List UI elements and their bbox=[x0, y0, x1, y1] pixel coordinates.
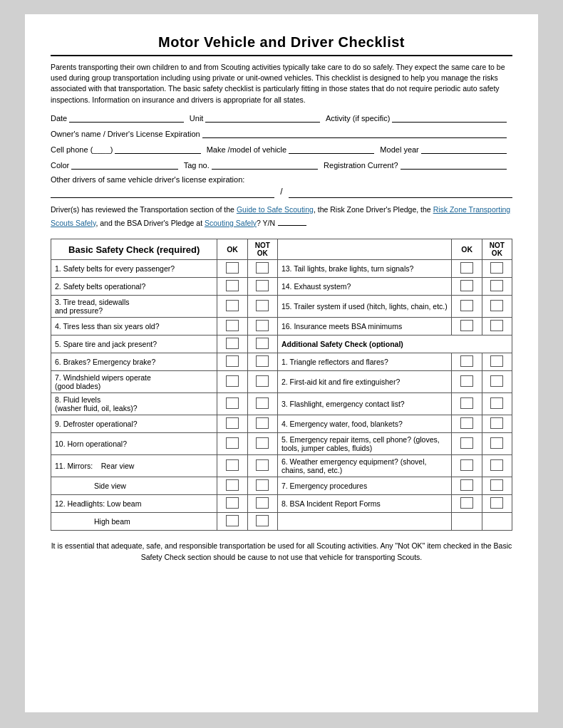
owners-field[interactable] bbox=[202, 128, 507, 138]
other-driver-field-2[interactable] bbox=[289, 188, 512, 198]
item-10-ok[interactable] bbox=[217, 433, 247, 455]
item-11b-ok[interactable] bbox=[217, 477, 247, 495]
unit-field[interactable] bbox=[205, 113, 320, 123]
item-7: 7. Windshield wipers operate(good blades… bbox=[51, 371, 217, 393]
item-13-ok[interactable] bbox=[452, 260, 482, 278]
scouting-safely-link[interactable]: Scouting Safely bbox=[205, 219, 257, 227]
item-11a-ok[interactable] bbox=[217, 455, 247, 477]
add-item-2: 2. First-aid kit and fire extinguisher? bbox=[277, 371, 452, 393]
item-2: 2. Safety belts operational? bbox=[51, 278, 217, 296]
add-item-6-notok[interactable] bbox=[482, 455, 512, 477]
ok-header-left: OK bbox=[217, 239, 247, 260]
registration-field[interactable] bbox=[401, 160, 507, 170]
item-3-ok[interactable] bbox=[217, 296, 247, 318]
item-10-notok[interactable] bbox=[247, 433, 277, 455]
empty-right-notok bbox=[482, 513, 512, 531]
add-item-8: 8. BSA Incident Report Forms bbox=[277, 495, 452, 513]
form-line-owner: Owner's name / Driver's License Expirati… bbox=[51, 128, 512, 138]
footer-text: It is essential that adequate, safe, and… bbox=[51, 541, 512, 563]
add-item-1-notok[interactable] bbox=[482, 353, 512, 371]
add-item-1: 1. Triangle reflectors and flares? bbox=[277, 353, 452, 371]
intro-text: Parents transporting their own children … bbox=[51, 62, 512, 105]
add-item-2-ok[interactable] bbox=[452, 371, 482, 393]
add-item-7-notok[interactable] bbox=[482, 477, 512, 495]
item-2-notok[interactable] bbox=[247, 278, 277, 296]
item-14-notok[interactable] bbox=[482, 278, 512, 296]
notok-header-right: NOTOK bbox=[482, 239, 512, 260]
item-7-ok[interactable] bbox=[217, 371, 247, 393]
item-5-ok[interactable] bbox=[217, 336, 247, 353]
tag-label: Tag no. bbox=[184, 161, 210, 170]
item-12b-ok[interactable] bbox=[217, 513, 247, 531]
make-label: Make /model of vehicle bbox=[207, 145, 287, 154]
add-item-4-notok[interactable] bbox=[482, 415, 512, 433]
item-14-ok[interactable] bbox=[452, 278, 482, 296]
item-15: 15. Trailer system if used (hitch, light… bbox=[277, 296, 452, 318]
model-year-field[interactable] bbox=[421, 144, 507, 154]
item-12a: 12. Headlights: Low beam bbox=[51, 495, 217, 513]
item-6-ok[interactable] bbox=[217, 353, 247, 371]
item-9-notok[interactable] bbox=[247, 415, 277, 433]
item-11a-notok[interactable] bbox=[247, 455, 277, 477]
item-2-ok[interactable] bbox=[217, 278, 247, 296]
item-12a-notok[interactable] bbox=[247, 495, 277, 513]
other-driver-field-1[interactable] bbox=[51, 188, 274, 198]
add-item-7-ok[interactable] bbox=[452, 477, 482, 495]
color-field[interactable] bbox=[71, 160, 177, 170]
item-6-notok[interactable] bbox=[247, 353, 277, 371]
color-label: Color bbox=[51, 161, 69, 170]
tag-field[interactable] bbox=[212, 160, 318, 170]
cell-field[interactable] bbox=[115, 144, 200, 154]
other-drivers-row: Other drivers of same vehicle driver's l… bbox=[51, 175, 512, 184]
yn-field[interactable] bbox=[278, 216, 306, 226]
add-item-4-ok[interactable] bbox=[452, 415, 482, 433]
form-line-color: Color Tag no. Registration Current? bbox=[51, 160, 512, 170]
item-8-notok[interactable] bbox=[247, 393, 277, 415]
item-13-notok[interactable] bbox=[482, 260, 512, 278]
activity-field[interactable] bbox=[392, 113, 507, 123]
add-item-5-ok[interactable] bbox=[452, 433, 482, 455]
item-11b: Side view bbox=[51, 477, 217, 495]
item-16-notok[interactable] bbox=[482, 318, 512, 336]
item-1-notok[interactable] bbox=[247, 260, 277, 278]
item-8-ok[interactable] bbox=[217, 393, 247, 415]
add-item-6-ok[interactable] bbox=[452, 455, 482, 477]
add-item-5-notok[interactable] bbox=[482, 433, 512, 455]
add-item-8-notok[interactable] bbox=[482, 495, 512, 513]
activity-label: Activity (if specific) bbox=[326, 114, 390, 123]
item-1: 1. Safety belts for every passenger? bbox=[51, 260, 217, 278]
item-5-notok[interactable] bbox=[247, 336, 277, 353]
item-7-notok[interactable] bbox=[247, 371, 277, 393]
add-item-3: 3. Flashlight, emergency contact list? bbox=[277, 393, 452, 415]
date-label: Date bbox=[51, 114, 67, 123]
item-4-ok[interactable] bbox=[217, 318, 247, 336]
item-12a-ok[interactable] bbox=[217, 495, 247, 513]
date-field[interactable] bbox=[69, 113, 184, 123]
item-16-ok[interactable] bbox=[452, 318, 482, 336]
item-3-notok[interactable] bbox=[247, 296, 277, 318]
empty-right-cell bbox=[277, 513, 452, 531]
basic-check-header: Basic Safety Check (required) bbox=[51, 239, 217, 260]
add-item-1-ok[interactable] bbox=[452, 353, 482, 371]
item-12b: High beam bbox=[51, 513, 217, 531]
right-col-spacer bbox=[277, 239, 452, 260]
add-item-8-ok[interactable] bbox=[452, 495, 482, 513]
make-field[interactable] bbox=[289, 144, 374, 154]
add-item-3-notok[interactable] bbox=[482, 393, 512, 415]
page: Motor Vehicle and Driver Checklist Paren… bbox=[25, 14, 538, 712]
table-row: 4. Tires less than six years old? 16. In… bbox=[51, 318, 512, 336]
item-1-ok[interactable] bbox=[217, 260, 247, 278]
guide-safe-scouting-link[interactable]: Guide to Safe Scouting bbox=[237, 205, 314, 214]
item-12b-notok[interactable] bbox=[247, 513, 277, 531]
item-4-notok[interactable] bbox=[247, 318, 277, 336]
item-15-ok[interactable] bbox=[452, 296, 482, 318]
add-item-2-notok[interactable] bbox=[482, 371, 512, 393]
item-11b-notok[interactable] bbox=[247, 477, 277, 495]
item-15-notok[interactable] bbox=[482, 296, 512, 318]
add-item-3-ok[interactable] bbox=[452, 393, 482, 415]
table-row: 10. Horn operational? 5. Emergency repai… bbox=[51, 433, 512, 455]
model-year-label: Model year bbox=[380, 145, 418, 154]
driver-review: Driver(s) has reviewed the Transportatio… bbox=[51, 204, 512, 229]
item-9-ok[interactable] bbox=[217, 415, 247, 433]
item-9: 9. Defroster operational? bbox=[51, 415, 217, 433]
